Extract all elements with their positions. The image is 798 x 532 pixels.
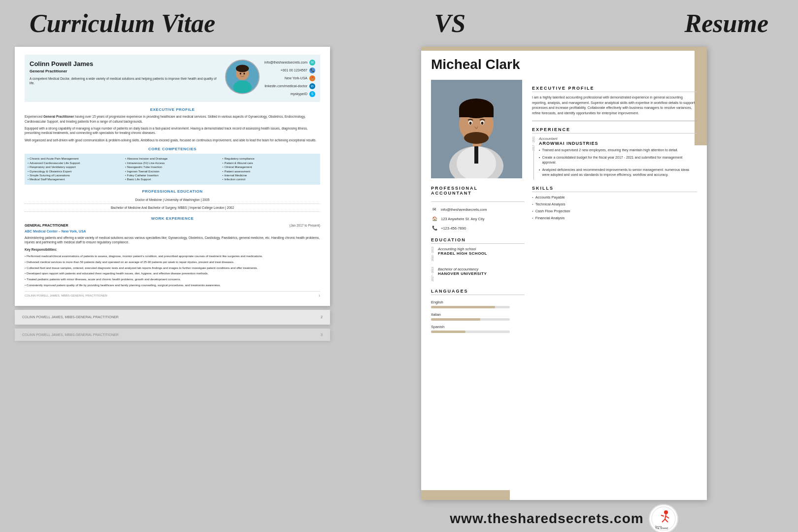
exp-col: 2017 - 2021 Accountant AROWWAI INDUSTRIE… <box>532 136 697 180</box>
languages-section: English Italian <box>431 300 525 333</box>
page2-num: 2 <box>321 315 323 319</box>
work-company: ABC Medical Center – New York, USA <box>25 229 320 234</box>
footer-name: COLINN POWELL JAMES, MBBS-GENERAL PRACTI… <box>25 294 107 298</box>
skill-1: • Accounts Payable <box>532 195 697 200</box>
work-date: (Jan 2017 to Present) <box>289 223 320 228</box>
exec-profile-text3: Well organized and self-driven with good… <box>25 138 320 142</box>
cv-skype-text: myskypeID <box>290 92 307 97</box>
cv-phone-text: +001 00 1234567 <box>280 68 307 73</box>
comp-item: •Respiratory and Ventilatory support <box>28 165 123 169</box>
languages-title: LANGUAGES <box>431 289 525 295</box>
cv-job-title: General Practitioner <box>30 68 220 74</box>
cv-page-3: COLINN POWELL JAMES, MBBS-GENERAL PRACTI… <box>15 329 330 341</box>
resp-item: •Performed medical/clinical examinations… <box>25 254 320 259</box>
cv-title: Curriculum Vitae <box>30 9 215 38</box>
resp-item: •Collected fluid and tissue samples, ord… <box>25 266 320 270</box>
competencies-col2: •Abscess Incision and Drainage •Intraven… <box>125 157 220 181</box>
cv-linkedin: linkedin.com/medical-doctor in <box>265 83 315 89</box>
cv-page-1: Colinn Powell James General Practitioner… <box>15 47 330 306</box>
svg-point-5 <box>243 73 245 75</box>
exp-year-bar: 2017 - 2021 <box>532 136 535 180</box>
resume-prof-label-2: ACCOUNTANT <box>431 191 525 196</box>
resume-exec-profile: I am a highly talented accounting profes… <box>532 95 697 116</box>
svg-point-22 <box>664 510 668 514</box>
cv-skype: myskypeID S <box>290 91 315 97</box>
cv-header: Colinn Powell James General Practitioner… <box>25 55 320 102</box>
exp-item-1: 2017 - 2021 Accountant AROWWAI INDUSTRIE… <box>532 136 697 180</box>
resume-name-section: Micheal Clark <box>431 57 697 72</box>
comp-item: •Intravenous (IV) Line Access <box>125 161 220 165</box>
page3-footer: COLINN POWELL JAMES, MBBS-GENERAL PRACTI… <box>22 333 119 336</box>
edu-item-2: Bachelor of Medicine And Bachelor of Sur… <box>25 204 320 212</box>
edu-content-1: Accounting high school FRADEL HIGH SCHOO… <box>438 247 525 262</box>
email-icon: ✉ <box>431 206 438 213</box>
comp-item: •Clinical Management <box>222 165 317 169</box>
home-icon: 🏠 <box>431 215 438 222</box>
svg-point-20 <box>481 122 484 125</box>
comp-item: •Abscess Incision and Drainage <box>125 157 220 161</box>
lang-name-english: English <box>431 300 525 304</box>
logo-circle: The Shared Secrets <box>649 504 678 532</box>
svg-point-16 <box>464 132 489 144</box>
cv-contact: info@thesharedsecrets.com ✉ +001 00 1234… <box>265 60 315 97</box>
experience-title: EXPERIENCE <box>532 127 697 133</box>
divider <box>532 121 697 121</box>
skype-icon: S <box>309 91 315 97</box>
svg-text:Secrets: Secrets <box>655 525 662 528</box>
resume-contact: ✉ info@thesharedsecrets.com 🏠 123 Anywhe… <box>431 201 525 232</box>
resume-name: Micheal Clark <box>431 57 697 72</box>
comp-item: •Basic Life Support <box>125 177 220 181</box>
edu-year-bar-1: 2010 - 2013 <box>431 247 434 262</box>
work-exp-title: WORK EXPERIENCE <box>25 216 320 221</box>
page3-num: 3 <box>321 333 323 336</box>
cv-photo <box>225 60 260 94</box>
comp-item: •Patient assessment <box>222 169 317 173</box>
resume-exec-title: EXECUTIVE PROFILE <box>532 86 697 92</box>
footer-area: www.thesharedsecrets.com The Shared Secr… <box>345 500 783 532</box>
lang-name-spanish: Spanish <box>431 325 525 329</box>
main-content: Colinn Powell James General Practitioner… <box>0 47 798 532</box>
edu-item-2: 2017 - 2013 Bachelor of accountancy HANO… <box>431 267 525 282</box>
resume-bottom-accent <box>421 490 510 500</box>
core-comp-title: CORE COMPETENCIES <box>25 146 320 152</box>
resume-phone-item: 📞 +123-456-7890 <box>431 225 525 232</box>
location-icon: 📍 <box>309 75 315 81</box>
edu-school-2: HANOVER UNIVERSITY <box>438 271 525 276</box>
key-resp-label: Key Responsibilities: <box>25 247 320 252</box>
lang-bar-bg <box>431 306 510 308</box>
resume-address: 123 Anywhere St. Any City <box>441 217 484 221</box>
skill-2: • Technical Analysis <box>532 202 697 206</box>
cv-footer: COLINN POWELL JAMES, MBBS-GENERAL PRACTI… <box>25 291 320 298</box>
lang-bar-fill <box>431 318 480 321</box>
comp-item: •Gynecology & Obstetrics Expert <box>28 169 123 173</box>
comp-item: •Patient & Wound care <box>222 161 317 165</box>
exp-content: Accountant AROWWAI INDUSTRIES •Trained a… <box>539 136 697 180</box>
work-header: GENERAL PRACTITIONER (Jan 2017 to Presen… <box>25 223 320 228</box>
skills-list: • Accounts Payable • Technical Analysis … <box>532 195 697 220</box>
edu-degree-2: Bachelor of accountancy <box>438 267 525 271</box>
lang-bar-bg <box>431 318 510 321</box>
cv-email-text: info@thesharedsecrets.com <box>265 60 307 65</box>
cv-phone: +001 00 1234567 📞 <box>280 67 315 73</box>
comp-item: •Ingrown Toenail Excision <box>125 169 220 173</box>
lang-english: English <box>431 300 525 308</box>
exec-profile-text1: Experienced General Practitioner having … <box>25 114 320 124</box>
resume-content-grid: PROFESSIONAL ACCOUNTANT ✉ info@theshared… <box>431 80 697 337</box>
resume-prof-title: PROFESSIONAL ACCOUNTANT <box>431 186 525 196</box>
svg-point-3 <box>236 65 249 72</box>
page-number: 1 <box>319 294 320 298</box>
cv-location-text: New York-USA <box>285 76 307 81</box>
resp-item: •Consistently improved patient quality o… <box>25 283 320 288</box>
cv-name-section: Colinn Powell James General Practitioner… <box>30 60 220 97</box>
lang-spanish: Spanish <box>431 325 525 333</box>
comp-item: •Medical Staff Management <box>28 177 123 181</box>
resume-address-item: 🏠 123 Anywhere St. Any City <box>431 215 525 222</box>
cv-page-2: COLINN POWELL JAMES, MBBS-GENERAL PRACTI… <box>15 310 330 325</box>
skill-3: • Cash Flow Projection <box>532 209 697 213</box>
comp-item: •Nasogastric Tube Insertion <box>125 165 220 169</box>
resume-page: Micheal Clark <box>421 47 707 500</box>
education-title: EDUCATION <box>431 237 525 244</box>
competencies-col3: •Regulatory compliance •Patient & Wound … <box>222 157 317 181</box>
exp-company: AROWWAI INDUSTRIES <box>539 141 697 146</box>
resp-item: •Developed open rapport with patients an… <box>25 271 320 276</box>
